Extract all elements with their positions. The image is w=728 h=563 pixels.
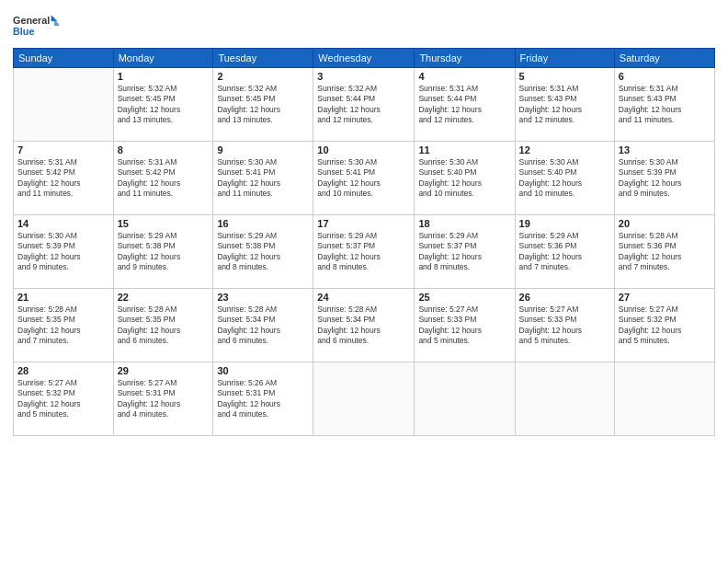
day-number: 26 xyxy=(519,292,610,303)
calendar-cell: 13Sunrise: 5:30 AMSunset: 5:39 PMDayligh… xyxy=(614,142,714,215)
calendar-cell: 24Sunrise: 5:28 AMSunset: 5:34 PMDayligh… xyxy=(313,289,415,362)
day-number: 24 xyxy=(317,292,410,303)
calendar-cell: 19Sunrise: 5:29 AMSunset: 5:36 PMDayligh… xyxy=(515,215,614,289)
day-info: Sunrise: 5:30 AMSunset: 5:40 PMDaylight:… xyxy=(418,157,510,200)
day-number: 28 xyxy=(17,365,109,376)
day-header-saturday: Saturday xyxy=(614,49,714,68)
day-info: Sunrise: 5:28 AMSunset: 5:35 PMDaylight:… xyxy=(17,304,109,347)
day-number: 27 xyxy=(619,292,711,303)
calendar-cell: 3Sunrise: 5:32 AMSunset: 5:44 PMDaylight… xyxy=(313,68,415,142)
day-number: 23 xyxy=(217,292,309,303)
day-info: Sunrise: 5:32 AMSunset: 5:44 PMDaylight:… xyxy=(317,84,410,126)
day-header-sunday: Sunday xyxy=(14,49,114,68)
header: General Blue xyxy=(13,9,715,42)
day-info: Sunrise: 5:27 AMSunset: 5:31 PMDaylight:… xyxy=(118,378,210,420)
calendar-header-row: SundayMondayTuesdayWednesdayThursdayFrid… xyxy=(14,49,715,68)
calendar-cell: 15Sunrise: 5:29 AMSunset: 5:38 PMDayligh… xyxy=(113,215,213,289)
day-header-wednesday: Wednesday xyxy=(313,49,415,68)
calendar-cell: 22Sunrise: 5:28 AMSunset: 5:35 PMDayligh… xyxy=(113,289,213,362)
day-number: 9 xyxy=(217,144,309,155)
day-number: 17 xyxy=(317,218,410,229)
day-info: Sunrise: 5:31 AMSunset: 5:43 PMDaylight:… xyxy=(519,84,610,126)
day-number: 18 xyxy=(418,218,510,229)
day-number: 13 xyxy=(619,144,711,155)
day-header-friday: Friday xyxy=(515,49,614,68)
calendar-week-4: 21Sunrise: 5:28 AMSunset: 5:35 PMDayligh… xyxy=(14,289,715,362)
day-info: Sunrise: 5:30 AMSunset: 5:39 PMDaylight:… xyxy=(17,231,109,273)
day-number: 25 xyxy=(418,292,510,303)
day-number: 3 xyxy=(317,71,410,82)
calendar-week-3: 14Sunrise: 5:30 AMSunset: 5:39 PMDayligh… xyxy=(14,215,715,289)
calendar-cell: 7Sunrise: 5:31 AMSunset: 5:42 PMDaylight… xyxy=(14,142,114,215)
calendar-week-1: 1Sunrise: 5:32 AMSunset: 5:45 PMDaylight… xyxy=(14,68,715,142)
calendar-cell: 16Sunrise: 5:29 AMSunset: 5:38 PMDayligh… xyxy=(213,215,313,289)
day-info: Sunrise: 5:30 AMSunset: 5:39 PMDaylight:… xyxy=(619,157,711,200)
day-header-thursday: Thursday xyxy=(415,49,515,68)
logo: General Blue xyxy=(13,9,59,42)
day-number: 1 xyxy=(118,71,210,82)
day-info: Sunrise: 5:28 AMSunset: 5:34 PMDaylight:… xyxy=(217,304,309,347)
day-info: Sunrise: 5:30 AMSunset: 5:41 PMDaylight:… xyxy=(217,157,309,200)
calendar-cell: 4Sunrise: 5:31 AMSunset: 5:44 PMDaylight… xyxy=(415,68,515,142)
calendar-cell: 11Sunrise: 5:30 AMSunset: 5:40 PMDayligh… xyxy=(415,142,515,215)
day-info: Sunrise: 5:31 AMSunset: 5:42 PMDaylight:… xyxy=(118,157,210,200)
day-info: Sunrise: 5:29 AMSunset: 5:37 PMDaylight:… xyxy=(418,231,510,273)
day-number: 21 xyxy=(17,292,109,303)
day-info: Sunrise: 5:29 AMSunset: 5:36 PMDaylight:… xyxy=(519,231,610,273)
calendar-cell: 27Sunrise: 5:27 AMSunset: 5:32 PMDayligh… xyxy=(614,289,714,362)
day-info: Sunrise: 5:32 AMSunset: 5:45 PMDaylight:… xyxy=(118,84,210,126)
calendar-week-2: 7Sunrise: 5:31 AMSunset: 5:42 PMDaylight… xyxy=(14,142,715,215)
day-number: 22 xyxy=(118,292,210,303)
day-info: Sunrise: 5:29 AMSunset: 5:38 PMDaylight:… xyxy=(217,231,309,273)
day-info: Sunrise: 5:31 AMSunset: 5:43 PMDaylight:… xyxy=(619,84,711,126)
calendar-cell: 14Sunrise: 5:30 AMSunset: 5:39 PMDayligh… xyxy=(14,215,114,289)
calendar-cell: 26Sunrise: 5:27 AMSunset: 5:33 PMDayligh… xyxy=(515,289,614,362)
day-info: Sunrise: 5:27 AMSunset: 5:33 PMDaylight:… xyxy=(418,304,510,347)
day-number: 16 xyxy=(217,218,309,229)
calendar-cell: 2Sunrise: 5:32 AMSunset: 5:45 PMDaylight… xyxy=(213,68,313,142)
day-info: Sunrise: 5:29 AMSunset: 5:38 PMDaylight:… xyxy=(118,231,210,273)
calendar-cell: 17Sunrise: 5:29 AMSunset: 5:37 PMDayligh… xyxy=(313,215,415,289)
day-number: 7 xyxy=(17,144,109,155)
day-info: Sunrise: 5:32 AMSunset: 5:45 PMDaylight:… xyxy=(217,84,309,126)
day-header-tuesday: Tuesday xyxy=(213,49,313,68)
calendar-cell xyxy=(614,362,714,436)
day-number: 30 xyxy=(217,365,309,376)
day-info: Sunrise: 5:28 AMSunset: 5:36 PMDaylight:… xyxy=(619,231,711,273)
day-info: Sunrise: 5:30 AMSunset: 5:40 PMDaylight:… xyxy=(519,157,610,200)
calendar-cell: 28Sunrise: 5:27 AMSunset: 5:32 PMDayligh… xyxy=(14,362,114,436)
day-number: 10 xyxy=(317,144,410,155)
day-number: 12 xyxy=(519,144,610,155)
calendar-cell xyxy=(313,362,415,436)
day-number: 2 xyxy=(217,71,309,82)
calendar-cell xyxy=(515,362,614,436)
calendar-cell: 18Sunrise: 5:29 AMSunset: 5:37 PMDayligh… xyxy=(415,215,515,289)
day-number: 11 xyxy=(418,144,510,155)
day-info: Sunrise: 5:28 AMSunset: 5:34 PMDaylight:… xyxy=(317,304,410,347)
day-number: 19 xyxy=(519,218,610,229)
calendar: SundayMondayTuesdayWednesdayThursdayFrid… xyxy=(13,48,715,436)
calendar-cell: 6Sunrise: 5:31 AMSunset: 5:43 PMDaylight… xyxy=(614,68,714,142)
calendar-cell: 8Sunrise: 5:31 AMSunset: 5:42 PMDaylight… xyxy=(113,142,213,215)
svg-text:General: General xyxy=(13,15,50,26)
calendar-cell: 9Sunrise: 5:30 AMSunset: 5:41 PMDaylight… xyxy=(213,142,313,215)
day-number: 5 xyxy=(519,71,610,82)
calendar-cell: 23Sunrise: 5:28 AMSunset: 5:34 PMDayligh… xyxy=(213,289,313,362)
calendar-cell: 12Sunrise: 5:30 AMSunset: 5:40 PMDayligh… xyxy=(515,142,614,215)
day-number: 8 xyxy=(118,144,210,155)
day-info: Sunrise: 5:31 AMSunset: 5:42 PMDaylight:… xyxy=(17,157,109,200)
day-number: 29 xyxy=(118,365,210,376)
calendar-cell: 1Sunrise: 5:32 AMSunset: 5:45 PMDaylight… xyxy=(113,68,213,142)
day-header-monday: Monday xyxy=(113,49,213,68)
day-info: Sunrise: 5:30 AMSunset: 5:41 PMDaylight:… xyxy=(317,157,410,200)
calendar-cell xyxy=(14,68,114,142)
day-number: 15 xyxy=(118,218,210,229)
calendar-cell: 29Sunrise: 5:27 AMSunset: 5:31 PMDayligh… xyxy=(113,362,213,436)
calendar-cell xyxy=(415,362,515,436)
svg-text:Blue: Blue xyxy=(13,26,34,37)
day-number: 4 xyxy=(418,71,510,82)
day-number: 20 xyxy=(619,218,711,229)
calendar-cell: 5Sunrise: 5:31 AMSunset: 5:43 PMDaylight… xyxy=(515,68,614,142)
day-number: 14 xyxy=(17,218,109,229)
calendar-week-5: 28Sunrise: 5:27 AMSunset: 5:32 PMDayligh… xyxy=(14,362,715,436)
